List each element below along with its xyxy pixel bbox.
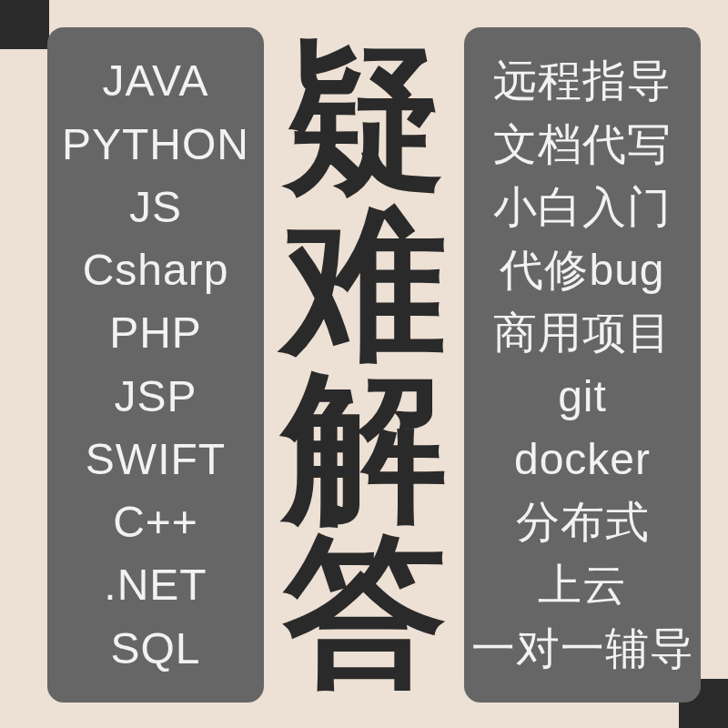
service-item: 代修bug	[500, 248, 664, 292]
language-item: JSP	[114, 375, 197, 419]
languages-panel: JAVA PYTHON JS Csharp PHP JSP SWIFT C++ …	[47, 27, 264, 703]
service-item: 文档代写	[493, 123, 672, 167]
service-item: 小白入门	[493, 186, 672, 229]
corner-decoration-top-left	[0, 0, 49, 49]
language-item: .NET	[104, 563, 207, 607]
language-item: JAVA	[103, 59, 209, 103]
language-item: SWIFT	[86, 438, 226, 481]
services-panel: 远程指导 文档代写 小白入门 代修bug 商用项目 git docker 分布式…	[464, 27, 701, 703]
service-item: 分布式	[516, 500, 650, 544]
title-char: 解	[283, 365, 447, 529]
title-char: 疑	[283, 36, 447, 200]
language-item: C++	[113, 500, 198, 544]
title-char: 答	[283, 530, 447, 693]
service-item: git	[558, 375, 607, 419]
title-char: 难	[283, 201, 447, 365]
service-item: docker	[514, 438, 651, 481]
service-item: 上云	[538, 563, 627, 607]
language-item: JS	[129, 186, 182, 229]
language-item: SQL	[110, 627, 200, 671]
service-item: 一对一辅导	[471, 627, 694, 671]
language-item: PHP	[109, 311, 202, 355]
service-item: 商用项目	[493, 311, 672, 355]
service-item: 远程指导	[493, 59, 672, 103]
title-column: 疑 难 解 答	[280, 27, 449, 703]
language-item: PYTHON	[62, 123, 249, 167]
language-item: Csharp	[83, 248, 229, 292]
